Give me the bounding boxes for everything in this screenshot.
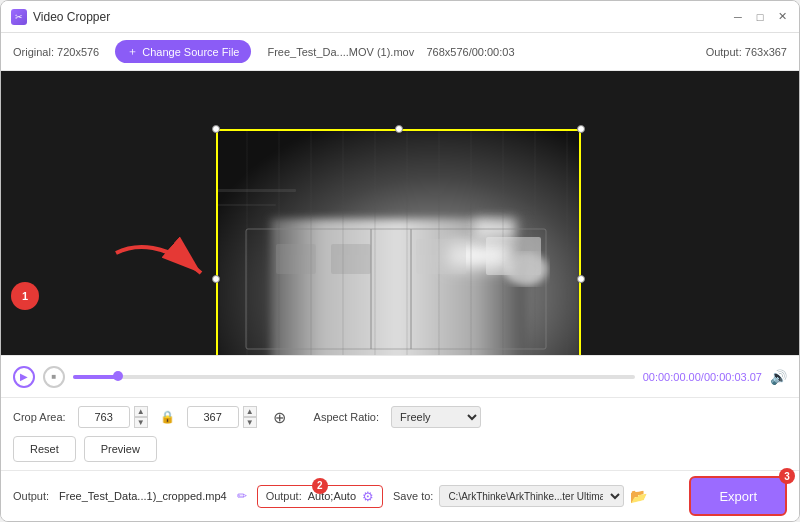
aspect-ratio-label: Aspect Ratio: <box>314 411 379 423</box>
play-button[interactable]: ▶ <box>13 366 35 388</box>
output-file-name: Free_Test_Data...1)_cropped.mp4 <box>59 490 227 502</box>
aspect-ratio-select[interactable]: Freely 16:9 4:3 1:1 9:16 <box>391 406 481 428</box>
height-down-button[interactable]: ▼ <box>243 417 257 428</box>
folder-icon[interactable]: 📂 <box>630 488 647 504</box>
lock-icon[interactable]: 🔒 <box>160 410 175 424</box>
video-frame <box>216 129 581 355</box>
close-button[interactable]: ✕ <box>775 10 789 24</box>
export-button[interactable]: Export <box>689 476 787 516</box>
maximize-button[interactable]: □ <box>753 10 767 24</box>
train-scene <box>216 129 581 355</box>
svg-rect-3 <box>331 244 371 274</box>
timeline-track[interactable] <box>73 375 635 379</box>
height-input[interactable] <box>187 406 239 428</box>
export-wrapper: Export 3 <box>689 476 787 516</box>
height-up-button[interactable]: ▲ <box>243 406 257 417</box>
width-down-button[interactable]: ▼ <box>134 417 148 428</box>
minimize-button[interactable]: ─ <box>731 10 745 24</box>
timeline-bar: ▶ ■ 00:00:00.00/00:00:03.07 🔊 <box>1 355 799 397</box>
output-badge: 2 Output: Auto;Auto ⚙ <box>257 485 383 508</box>
action-buttons-row: Reset Preview <box>13 436 787 462</box>
width-input-group: ▲ ▼ <box>78 406 148 428</box>
output-file-label: Output: <box>13 490 49 502</box>
app-title: Video Cropper <box>33 10 731 24</box>
svg-point-8 <box>494 244 518 264</box>
annotation-circle-1: 1 <box>11 282 39 310</box>
change-source-button[interactable]: ＋ Change Source File <box>115 40 251 63</box>
red-arrow-annotation <box>106 233 226 303</box>
app-icon: ✂ <box>11 9 27 25</box>
output2-label: Output: <box>266 490 302 502</box>
crop-area-label: Crop Area: <box>13 411 66 423</box>
preview-button[interactable]: Preview <box>84 436 157 462</box>
save-to-row: Save to: C:\ArkThinke\ArkThinke...ter Ul… <box>393 485 647 507</box>
svg-rect-2 <box>276 244 316 274</box>
svg-rect-11 <box>216 189 296 192</box>
time-display: 00:00:00.00/00:00:03.07 <box>643 371 762 383</box>
timeline-thumb[interactable] <box>113 371 123 381</box>
height-spinners: ▲ ▼ <box>243 406 257 428</box>
crop-size-icon[interactable]: ⊕ <box>273 408 286 427</box>
save-path-select[interactable]: C:\ArkThinke\ArkThinke...ter Ultimate\Vi… <box>439 485 624 507</box>
title-bar: ✂ Video Cropper ─ □ ✕ <box>1 1 799 33</box>
svg-rect-12 <box>216 204 276 206</box>
save-to-label: Save to: <box>393 490 433 502</box>
volume-icon[interactable]: 🔊 <box>770 369 787 385</box>
output-badge-wrapper: 2 Output: Auto;Auto ⚙ <box>257 485 383 508</box>
crop-controls-row: Crop Area: ▲ ▼ 🔒 ▲ ▼ ⊕ Aspect Ratio: Fre… <box>13 406 787 428</box>
window-controls: ─ □ ✕ <box>731 10 789 24</box>
width-spinners: ▲ ▼ <box>134 406 148 428</box>
svg-rect-4 <box>416 239 466 274</box>
stop-button[interactable]: ■ <box>43 366 65 388</box>
bottom-bar: Output: Free_Test_Data...1)_cropped.mp4 … <box>1 470 799 521</box>
reset-button[interactable]: Reset <box>13 436 76 462</box>
toolbar: Original: 720x576 ＋ Change Source File F… <box>1 33 799 71</box>
app-window: ✂ Video Cropper ─ □ ✕ Original: 720x576 … <box>0 0 800 522</box>
edit-filename-icon[interactable]: ✏ <box>237 489 247 503</box>
original-label: Original: 720x576 <box>13 46 99 58</box>
timeline-progress <box>73 375 118 379</box>
annotation-circle-2: 2 <box>312 478 328 494</box>
gear-icon[interactable]: ⚙ <box>362 489 374 504</box>
plus-icon: ＋ <box>127 44 138 59</box>
width-up-button[interactable]: ▲ <box>134 406 148 417</box>
annotation-circle-3: 3 <box>779 468 795 484</box>
controls-bar: Crop Area: ▲ ▼ 🔒 ▲ ▼ ⊕ Aspect Ratio: Fre… <box>1 397 799 470</box>
video-area: 1 <box>1 71 799 355</box>
height-input-group: ▲ ▼ <box>187 406 257 428</box>
width-input[interactable] <box>78 406 130 428</box>
output-info: Output: 763x367 <box>706 46 787 58</box>
file-info: Free_Test_Da....MOV (1).mov 768x576/00:0… <box>267 46 689 58</box>
